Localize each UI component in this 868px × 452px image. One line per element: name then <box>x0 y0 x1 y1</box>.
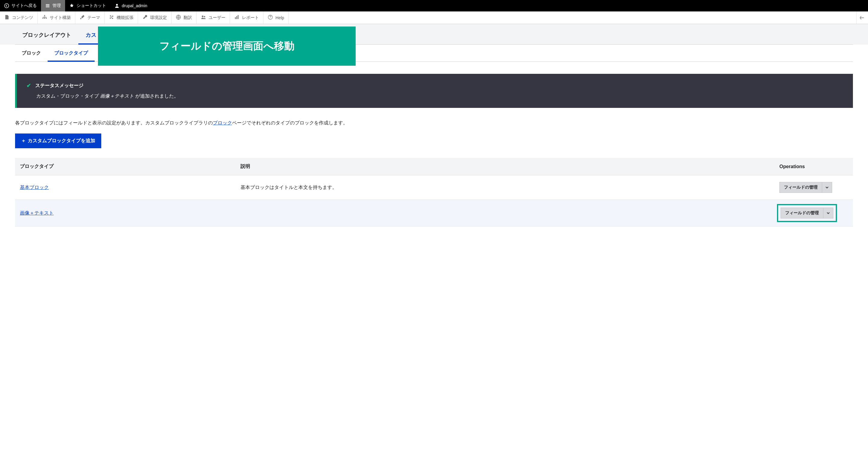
subtab-block-types[interactable]: ブロックタイプ <box>48 44 95 62</box>
status-message: ✔ ステータスメッセージ カスタム・ブロック・タイプ 画像＋テキスト が追加され… <box>15 74 853 108</box>
toolbar-extend[interactable]: 機能拡張 <box>104 11 138 24</box>
operations-dropdown[interactable] <box>822 182 832 193</box>
toolbar-appearance[interactable]: テーマ <box>75 11 104 24</box>
manage-label: 管理 <box>53 3 61 8</box>
highlighted-operation: フィールドの管理 <box>779 206 835 220</box>
svg-point-0 <box>4 4 9 8</box>
brush-icon <box>80 14 85 21</box>
tab-block-layout[interactable]: ブロックレイアウト <box>15 24 79 44</box>
block-link[interactable]: ブロック <box>213 120 232 125</box>
block-type-link[interactable]: 基本ブロック <box>20 185 49 190</box>
plus-icon: ＋ <box>21 138 26 144</box>
shortcuts-label: ショートカット <box>76 3 106 8</box>
toolbar-orientation-toggle[interactable] <box>856 11 868 24</box>
admin-toolbar: コンテンツ サイト構築 テーマ 機能拡張 環境設定 翻訳 ユーザー レポート H… <box>0 11 868 24</box>
col-operations: Operations <box>775 158 853 175</box>
people-icon <box>201 14 206 21</box>
manage-toggle[interactable]: 管理 <box>41 0 65 11</box>
toolbar-content[interactable]: コンテンツ <box>0 11 38 24</box>
table-row: 画像＋テキスト フィールドの管理 <box>15 200 853 227</box>
svg-point-1 <box>116 4 118 6</box>
svg-rect-10 <box>236 16 237 19</box>
toolbar-structure[interactable]: サイト構築 <box>38 11 75 24</box>
svg-point-3 <box>42 18 44 19</box>
toolbar-reports[interactable]: レポート <box>230 11 264 24</box>
help-icon <box>268 14 273 21</box>
structure-icon <box>42 14 47 21</box>
intro-text: 各ブロックタイプにはフィールドと表示の設定があります。カスタムブロックライブラリ… <box>15 120 853 126</box>
svg-point-5 <box>46 18 47 19</box>
user-menu[interactable]: drupal_admin <box>110 0 152 11</box>
check-icon: ✔ <box>27 82 31 89</box>
puzzle-icon <box>109 14 114 21</box>
subtab-block[interactable]: ブロック <box>15 44 48 62</box>
toolbar-help[interactable]: Help <box>264 11 289 24</box>
toolbar-config[interactable]: 環境設定 <box>138 11 172 24</box>
annotation-banner: フィールドの管理画面へ移動 <box>98 27 355 66</box>
status-title: ステータスメッセージ <box>35 83 84 89</box>
block-types-table: ブロックタイプ 説明 Operations 基本ブロック 基本ブロックはタイトル… <box>15 158 853 227</box>
svg-point-4 <box>44 18 45 19</box>
table-row: 基本ブロック 基本ブロックはタイトルと本文を持ちます。 フィールドの管理 <box>15 175 853 200</box>
operations-dropdown[interactable] <box>824 207 833 219</box>
back-icon <box>4 3 9 8</box>
svg-rect-11 <box>238 15 239 19</box>
manage-fields-button[interactable]: フィールドの管理 <box>779 182 822 193</box>
manage-fields-button[interactable]: フィールドの管理 <box>781 207 824 219</box>
shortcuts-link[interactable]: ショートカット <box>65 0 110 11</box>
file-icon <box>4 14 10 21</box>
status-body: カスタム・ブロック・タイプ 画像＋テキスト が追加されました。 <box>27 93 843 99</box>
toolbar-people[interactable]: ユーザー <box>196 11 230 24</box>
hamburger-icon <box>45 3 50 8</box>
user-icon <box>115 3 119 8</box>
block-type-desc: 基本ブロックはタイトルと本文を持ちます。 <box>236 175 775 200</box>
block-type-desc <box>236 200 775 227</box>
svg-rect-9 <box>235 17 236 19</box>
col-block-type: ブロックタイプ <box>15 158 236 175</box>
admin-topbar: サイトへ戻る 管理 ショートカット drupal_admin <box>0 0 868 11</box>
add-block-type-button[interactable]: ＋カスタムブロックタイプを追加 <box>15 133 101 148</box>
back-to-site[interactable]: サイトへ戻る <box>0 0 41 11</box>
globe-icon <box>176 14 181 21</box>
username: drupal_admin <box>122 3 147 8</box>
svg-point-2 <box>44 15 45 16</box>
back-label: サイトへ戻る <box>11 3 37 8</box>
star-icon <box>69 3 74 8</box>
svg-point-7 <box>202 16 204 17</box>
toolbar-translate[interactable]: 翻訳 <box>172 11 196 24</box>
block-type-link[interactable]: 画像＋テキスト <box>20 210 54 216</box>
wrench-icon <box>142 14 148 21</box>
col-description: 説明 <box>236 158 775 175</box>
svg-point-8 <box>204 16 205 18</box>
chart-icon <box>234 14 240 21</box>
